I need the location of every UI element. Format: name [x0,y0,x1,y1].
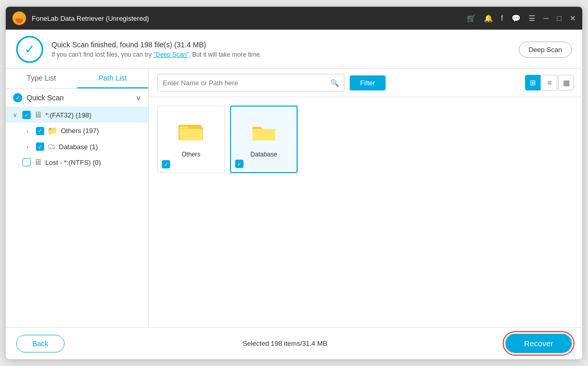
selected-info: Selected 198 items/31.4 MB [242,339,327,347]
view-controls: ⊞ ≡ ▦ [525,75,574,90]
close-icon[interactable]: ✕ [570,14,576,22]
deep-scan-link[interactable]: "Deep Scan" [154,51,189,58]
drive-lost-icon: 🖥 [34,158,42,167]
quick-scan-header[interactable]: ✓ Quick Scan ∨ [6,89,148,107]
tree-item-lost[interactable]: 🖥 Lost - *:(NTFS) (0) [6,154,148,170]
status-pre: If you can't find lost files, you can tr… [52,51,154,58]
app-window: FoneLab Data Retriever (Unregistered) 🛒 … [5,6,583,360]
svg-rect-9 [252,129,275,140]
main-area: Type List Path List ✓ Quick Scan ∨ ∨ ✓ [6,69,582,327]
titlebar-controls: 🛒 🔔 f 💬 ☰ ─ □ ✕ [467,14,576,22]
tab-path-list[interactable]: Path List [77,69,148,88]
deep-scan-button[interactable]: Deep Scan [519,42,572,58]
file-card-others-label: Others [182,151,200,158]
tree-item-fat32[interactable]: ∨ ✓ 🖥 *:(FAT32) (198) [6,107,148,123]
file-card-database[interactable]: Database ✓ [230,106,298,173]
cart-icon[interactable]: 🛒 [467,14,476,22]
view-list-button[interactable]: ≡ [542,75,557,90]
titlebar: FoneLab Data Retriever (Unregistered) 🛒 … [6,7,582,30]
checkbox-lost[interactable] [22,158,31,166]
list-icon: ≡ [547,79,552,87]
content-toolbar: 🔍 Filter ⊞ ≡ ▦ [149,69,582,97]
expand-database-icon[interactable]: › [27,143,34,150]
checkbox-file-others[interactable]: ✓ [162,160,170,168]
expand-fat32-icon[interactable]: ∨ [13,112,20,119]
file-card-others[interactable]: Others ✓ [157,106,225,173]
statusbar: ✓ Quick Scan finished, found 198 file(s)… [6,30,582,69]
tree-item-database[interactable]: › ✓ 🗂 Database (1) [6,139,148,154]
file-grid: Others ✓ Database [149,97,582,327]
content-area: 🔍 Filter ⊞ ≡ ▦ [149,69,582,327]
scan-header-left: ✓ Quick Scan [13,93,64,102]
check-file-others-icon: ✓ [164,162,168,167]
expand-others-icon[interactable]: › [27,128,34,134]
minimize-icon[interactable]: ─ [544,14,549,22]
svg-rect-8 [180,129,202,140]
tree-label-fat32: *:(FAT32) (198) [45,111,92,119]
svg-point-4 [17,14,22,19]
footer: Back Selected 198 items/31.4 MB Recover [6,327,582,359]
checkbox-file-database[interactable]: ✓ [235,160,244,168]
folder-others-card-icon [178,121,203,147]
checkbox-database[interactable]: ✓ [36,142,44,151]
facebook-icon[interactable]: f [501,14,503,22]
app-logo [12,11,27,25]
folder-others-icon: 📁 [47,126,58,136]
tree-label-database: Database (1) [59,143,98,151]
search-icon: 🔍 [330,79,339,87]
db-database-icon: 🗂 [47,142,56,151]
recover-button[interactable]: Recover [505,334,572,353]
back-button[interactable]: Back [16,335,65,352]
folder-database-card-icon [251,121,276,147]
scan-check-icon: ✓ [13,93,22,102]
maximize-icon[interactable]: □ [557,14,561,22]
view-detail-button[interactable]: ▦ [558,75,574,90]
detail-icon: ▦ [563,79,570,87]
tree-label-others: Others (197) [61,127,99,135]
menu-icon[interactable]: ☰ [529,14,535,22]
tree-label-lost: Lost - *:(NTFS) (0) [45,159,101,166]
drive-fat32-icon: 🖥 [34,110,42,120]
scan-chevron-icon[interactable]: ∨ [136,94,141,102]
status-title: Quick Scan finished, found 198 file(s) (… [52,41,262,49]
status-subtitle: If you can't find lost files, you can tr… [52,51,262,58]
expand-lost-icon [13,159,20,165]
filter-button[interactable]: Filter [350,75,386,90]
check-others-icon: ✓ [38,128,42,134]
status-left: ✓ Quick Scan finished, found 198 file(s)… [16,36,262,63]
tree-item-others[interactable]: › ✓ 📁 Others (197) [6,123,148,139]
status-post: . But it will take more time. [189,51,262,58]
app-title: FoneLab Data Retriever (Unregistered) [32,15,467,22]
check-file-database-icon: ✓ [237,161,241,167]
sidebar-tabs: Type List Path List [6,69,148,89]
scan-label: Quick Scan [27,94,64,102]
status-check-icon: ✓ [16,36,43,63]
file-card-database-label: Database [250,151,277,158]
grid-icon: ⊞ [530,79,536,87]
chat-icon[interactable]: 💬 [512,14,520,22]
sidebar-content: ✓ Quick Scan ∨ ∨ ✓ 🖥 *:(FAT32) (198) [6,89,148,327]
check-database-icon: ✓ [38,144,42,150]
bell-icon[interactable]: 🔔 [484,14,493,22]
checkbox-fat32[interactable]: ✓ [22,111,31,119]
tab-type-list[interactable]: Type List [6,69,77,88]
status-text: Quick Scan finished, found 198 file(s) (… [52,41,262,58]
check-fat32-icon: ✓ [24,112,29,118]
view-grid-button[interactable]: ⊞ [525,75,541,90]
checkbox-others[interactable]: ✓ [36,127,44,135]
search-box[interactable]: 🔍 [157,74,344,92]
sidebar: Type List Path List ✓ Quick Scan ∨ ∨ ✓ [6,69,149,327]
search-input[interactable] [163,79,330,87]
